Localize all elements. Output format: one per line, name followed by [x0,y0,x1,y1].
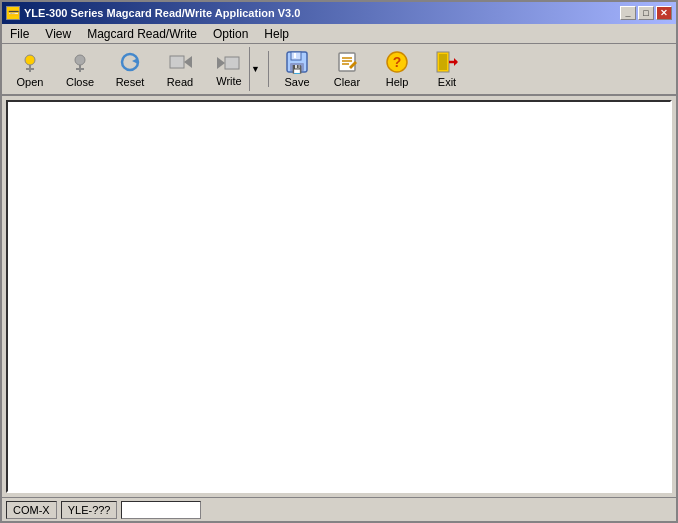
close-tool-icon [68,50,92,74]
read-label: Read [167,76,193,88]
menu-bar: File View Magcard Read/Write Option Help [2,24,676,44]
save-button[interactable]: 💾 Save [273,47,321,91]
com-status: COM-X [6,501,57,519]
maximize-button[interactable]: □ [638,6,654,20]
reset-icon [118,50,142,74]
menu-magcard[interactable]: Magcard Read/Write [79,25,205,43]
svg-rect-24 [439,54,447,70]
svg-point-3 [75,55,85,65]
svg-marker-10 [217,57,225,69]
status-input[interactable] [121,501,201,519]
menu-help[interactable]: Help [256,25,297,43]
help-icon: ? [385,50,409,74]
app-icon: 💳 [6,6,20,20]
write-label: Write [216,75,241,87]
svg-text:💾: 💾 [292,64,302,74]
read-button[interactable]: Read [156,47,204,91]
save-icon: 💾 [285,50,309,74]
title-bar: 💳 YLE-300 Series Magcard Read/Write Appl… [2,2,676,24]
read-icon [168,50,192,74]
svg-marker-26 [454,58,458,66]
title-bar-text: 💳 YLE-300 Series Magcard Read/Write Appl… [6,6,300,20]
svg-marker-6 [132,58,138,64]
minimize-button[interactable]: _ [620,6,636,20]
help-label: Help [386,76,409,88]
clear-icon [335,50,359,74]
reset-label: Reset [116,76,145,88]
svg-rect-7 [170,56,184,68]
write-button[interactable]: Write ▼ [206,47,264,91]
clear-button[interactable]: Clear [323,47,371,91]
close-tool-button[interactable]: Close [56,47,104,91]
content-area [6,100,672,493]
exit-button[interactable]: Exit [423,47,471,91]
yle-status: YLE-??? [61,501,118,519]
toolbar: Open Close Reset [2,44,676,96]
exit-icon [435,50,459,74]
menu-view[interactable]: View [37,25,79,43]
menu-option[interactable]: Option [205,25,256,43]
open-button[interactable]: Open [6,47,54,91]
exit-label: Exit [438,76,456,88]
svg-rect-14 [294,53,296,58]
reset-button[interactable]: Reset [106,47,154,91]
open-label: Open [17,76,44,88]
menu-file[interactable]: File [2,25,37,43]
close-button[interactable]: ✕ [656,6,672,20]
clear-label: Clear [334,76,360,88]
window-controls: _ □ ✕ [620,6,672,20]
svg-rect-9 [225,57,239,69]
svg-rect-16 [339,53,355,71]
help-button[interactable]: ? Help [373,47,421,91]
status-bar: COM-X YLE-??? [2,497,676,521]
save-label: Save [284,76,309,88]
write-icon [217,51,241,75]
close-tool-label: Close [66,76,94,88]
main-window: 💳 YLE-300 Series Magcard Read/Write Appl… [0,0,678,523]
svg-text:?: ? [393,54,402,70]
write-dropdown-arrow[interactable]: ▼ [249,47,261,91]
toolbar-separator-1 [268,51,269,87]
svg-marker-8 [184,56,192,68]
open-icon [18,50,42,74]
svg-point-0 [25,55,35,65]
window-title: YLE-300 Series Magcard Read/Write Applic… [24,7,300,19]
